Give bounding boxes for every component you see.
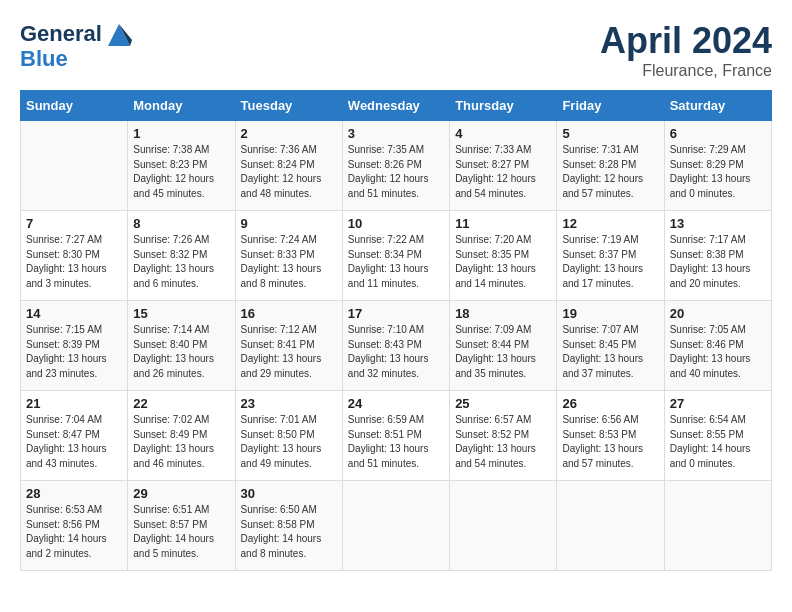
day-number: 5 [562,126,658,141]
calendar-cell: 28Sunrise: 6:53 AM Sunset: 8:56 PM Dayli… [21,481,128,571]
day-number: 17 [348,306,444,321]
calendar-cell: 7Sunrise: 7:27 AM Sunset: 8:30 PM Daylig… [21,211,128,301]
day-info: Sunrise: 7:20 AM Sunset: 8:35 PM Dayligh… [455,233,551,291]
month-title: April 2024 [600,20,772,62]
day-number: 12 [562,216,658,231]
weekday-header-row: SundayMondayTuesdayWednesdayThursdayFrid… [21,91,772,121]
calendar-cell: 16Sunrise: 7:12 AM Sunset: 8:41 PM Dayli… [235,301,342,391]
calendar-cell: 9Sunrise: 7:24 AM Sunset: 8:33 PM Daylig… [235,211,342,301]
calendar-cell: 29Sunrise: 6:51 AM Sunset: 8:57 PM Dayli… [128,481,235,571]
day-number: 4 [455,126,551,141]
day-number: 1 [133,126,229,141]
calendar-cell: 21Sunrise: 7:04 AM Sunset: 8:47 PM Dayli… [21,391,128,481]
calendar-week-2: 7Sunrise: 7:27 AM Sunset: 8:30 PM Daylig… [21,211,772,301]
calendar-cell: 12Sunrise: 7:19 AM Sunset: 8:37 PM Dayli… [557,211,664,301]
logo: General Blue [20,20,134,72]
day-number: 23 [241,396,337,411]
day-info: Sunrise: 7:19 AM Sunset: 8:37 PM Dayligh… [562,233,658,291]
day-info: Sunrise: 6:50 AM Sunset: 8:58 PM Dayligh… [241,503,337,561]
calendar-week-1: 1Sunrise: 7:38 AM Sunset: 8:23 PM Daylig… [21,121,772,211]
calendar-cell: 6Sunrise: 7:29 AM Sunset: 8:29 PM Daylig… [664,121,771,211]
day-number: 25 [455,396,551,411]
day-number: 2 [241,126,337,141]
day-number: 19 [562,306,658,321]
day-number: 20 [670,306,766,321]
day-info: Sunrise: 7:36 AM Sunset: 8:24 PM Dayligh… [241,143,337,201]
day-number: 8 [133,216,229,231]
day-info: Sunrise: 7:22 AM Sunset: 8:34 PM Dayligh… [348,233,444,291]
calendar-week-4: 21Sunrise: 7:04 AM Sunset: 8:47 PM Dayli… [21,391,772,481]
calendar-cell: 10Sunrise: 7:22 AM Sunset: 8:34 PM Dayli… [342,211,449,301]
weekday-header-tuesday: Tuesday [235,91,342,121]
weekday-header-monday: Monday [128,91,235,121]
day-info: Sunrise: 7:33 AM Sunset: 8:27 PM Dayligh… [455,143,551,201]
calendar-cell: 26Sunrise: 6:56 AM Sunset: 8:53 PM Dayli… [557,391,664,481]
day-number: 21 [26,396,122,411]
day-info: Sunrise: 7:04 AM Sunset: 8:47 PM Dayligh… [26,413,122,471]
calendar-week-3: 14Sunrise: 7:15 AM Sunset: 8:39 PM Dayli… [21,301,772,391]
calendar-cell: 13Sunrise: 7:17 AM Sunset: 8:38 PM Dayli… [664,211,771,301]
calendar-header: SundayMondayTuesdayWednesdayThursdayFrid… [21,91,772,121]
day-number: 10 [348,216,444,231]
calendar-cell: 24Sunrise: 6:59 AM Sunset: 8:51 PM Dayli… [342,391,449,481]
calendar-cell: 11Sunrise: 7:20 AM Sunset: 8:35 PM Dayli… [450,211,557,301]
calendar-body: 1Sunrise: 7:38 AM Sunset: 8:23 PM Daylig… [21,121,772,571]
calendar-cell: 30Sunrise: 6:50 AM Sunset: 8:58 PM Dayli… [235,481,342,571]
day-number: 14 [26,306,122,321]
day-info: Sunrise: 7:38 AM Sunset: 8:23 PM Dayligh… [133,143,229,201]
calendar-cell: 4Sunrise: 7:33 AM Sunset: 8:27 PM Daylig… [450,121,557,211]
calendar-cell [21,121,128,211]
calendar-week-5: 28Sunrise: 6:53 AM Sunset: 8:56 PM Dayli… [21,481,772,571]
day-number: 29 [133,486,229,501]
day-info: Sunrise: 6:51 AM Sunset: 8:57 PM Dayligh… [133,503,229,561]
day-number: 27 [670,396,766,411]
page-header: General Blue April 2024 Fleurance, Franc… [20,20,772,80]
day-number: 18 [455,306,551,321]
day-info: Sunrise: 7:09 AM Sunset: 8:44 PM Dayligh… [455,323,551,381]
day-info: Sunrise: 7:26 AM Sunset: 8:32 PM Dayligh… [133,233,229,291]
day-number: 22 [133,396,229,411]
day-info: Sunrise: 7:15 AM Sunset: 8:39 PM Dayligh… [26,323,122,381]
day-info: Sunrise: 7:17 AM Sunset: 8:38 PM Dayligh… [670,233,766,291]
day-info: Sunrise: 7:05 AM Sunset: 8:46 PM Dayligh… [670,323,766,381]
calendar-cell [664,481,771,571]
calendar-cell: 17Sunrise: 7:10 AM Sunset: 8:43 PM Dayli… [342,301,449,391]
title-block: April 2024 Fleurance, France [600,20,772,80]
day-number: 6 [670,126,766,141]
day-info: Sunrise: 7:07 AM Sunset: 8:45 PM Dayligh… [562,323,658,381]
calendar-cell: 3Sunrise: 7:35 AM Sunset: 8:26 PM Daylig… [342,121,449,211]
calendar-cell: 18Sunrise: 7:09 AM Sunset: 8:44 PM Dayli… [450,301,557,391]
calendar-table: SundayMondayTuesdayWednesdayThursdayFrid… [20,90,772,571]
day-info: Sunrise: 7:14 AM Sunset: 8:40 PM Dayligh… [133,323,229,381]
calendar-cell: 27Sunrise: 6:54 AM Sunset: 8:55 PM Dayli… [664,391,771,481]
day-info: Sunrise: 7:29 AM Sunset: 8:29 PM Dayligh… [670,143,766,201]
day-number: 9 [241,216,337,231]
day-info: Sunrise: 7:10 AM Sunset: 8:43 PM Dayligh… [348,323,444,381]
calendar-cell: 5Sunrise: 7:31 AM Sunset: 8:28 PM Daylig… [557,121,664,211]
calendar-cell: 25Sunrise: 6:57 AM Sunset: 8:52 PM Dayli… [450,391,557,481]
calendar-cell: 15Sunrise: 7:14 AM Sunset: 8:40 PM Dayli… [128,301,235,391]
weekday-header-friday: Friday [557,91,664,121]
weekday-header-saturday: Saturday [664,91,771,121]
day-number: 11 [455,216,551,231]
day-info: Sunrise: 7:27 AM Sunset: 8:30 PM Dayligh… [26,233,122,291]
day-info: Sunrise: 6:57 AM Sunset: 8:52 PM Dayligh… [455,413,551,471]
day-number: 24 [348,396,444,411]
day-number: 16 [241,306,337,321]
logo-icon [104,20,134,50]
day-info: Sunrise: 6:56 AM Sunset: 8:53 PM Dayligh… [562,413,658,471]
weekday-header-sunday: Sunday [21,91,128,121]
day-number: 13 [670,216,766,231]
day-info: Sunrise: 7:01 AM Sunset: 8:50 PM Dayligh… [241,413,337,471]
calendar-cell: 23Sunrise: 7:01 AM Sunset: 8:50 PM Dayli… [235,391,342,481]
calendar-cell: 8Sunrise: 7:26 AM Sunset: 8:32 PM Daylig… [128,211,235,301]
calendar-cell: 14Sunrise: 7:15 AM Sunset: 8:39 PM Dayli… [21,301,128,391]
day-number: 30 [241,486,337,501]
calendar-cell: 20Sunrise: 7:05 AM Sunset: 8:46 PM Dayli… [664,301,771,391]
weekday-header-wednesday: Wednesday [342,91,449,121]
day-info: Sunrise: 7:12 AM Sunset: 8:41 PM Dayligh… [241,323,337,381]
day-number: 7 [26,216,122,231]
day-info: Sunrise: 7:24 AM Sunset: 8:33 PM Dayligh… [241,233,337,291]
calendar-cell: 22Sunrise: 7:02 AM Sunset: 8:49 PM Dayli… [128,391,235,481]
calendar-cell: 19Sunrise: 7:07 AM Sunset: 8:45 PM Dayli… [557,301,664,391]
